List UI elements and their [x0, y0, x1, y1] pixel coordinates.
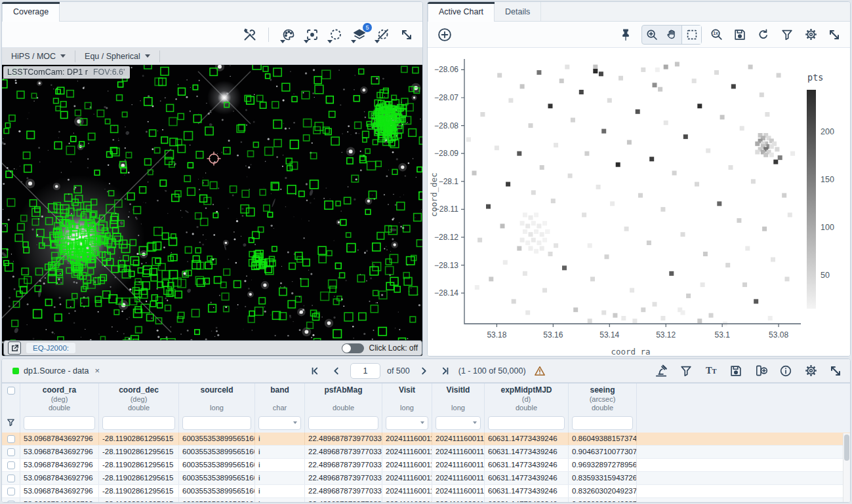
- table-status-dot: [12, 368, 19, 374]
- deselect-icon[interactable]: [374, 26, 392, 44]
- starfield-canvas[interactable]: [2, 65, 423, 357]
- zoom-in-icon[interactable]: [642, 26, 662, 44]
- table-row[interactable]: 53.09687843692796-28.1190286129561560035…: [2, 433, 850, 446]
- expand-icon[interactable]: [826, 362, 845, 380]
- table-row[interactable]: 53.09687843692796-28.1190286129561560035…: [2, 485, 850, 498]
- table-tabbar: dp1.Source - data × of 500 (1 - 100: [2, 359, 850, 383]
- table-row[interactable]: 53.09687843692796-28.1190286129561560035…: [2, 498, 850, 503]
- sky-statusbar: EQ-J2000: Click Lock: off: [3, 340, 422, 356]
- table-cell: -28.11902861295615: [99, 459, 179, 471]
- filter-icon[interactable]: [778, 26, 796, 44]
- row-checkbox[interactable]: [7, 475, 15, 482]
- filter-icon[interactable]: [677, 362, 695, 380]
- column-header-expMidptMJD[interactable]: expMidptMJD(d)double: [485, 383, 569, 433]
- table-cell: 53.09687843692796: [20, 433, 99, 445]
- zoom-1x-icon[interactable]: 1x: [707, 26, 725, 44]
- filter-input-Visit[interactable]: [386, 416, 428, 430]
- text-view-icon[interactable]: T T: [702, 362, 720, 380]
- refresh-icon[interactable]: [754, 26, 773, 44]
- column-header-Visit[interactable]: Visit long: [382, 383, 432, 433]
- expand-icon[interactable]: [397, 26, 416, 44]
- table-row[interactable]: 53.09687843692796-28.1190286129561560035…: [2, 459, 850, 472]
- sky-image[interactable]: LSSTComCam: DP1 r FOV:6.6' EQ-J2000: Cli…: [2, 65, 423, 357]
- table-tab[interactable]: dp1.Source - data ×: [7, 366, 105, 376]
- row-checkbox[interactable]: [7, 461, 15, 469]
- table-cell: 2024111600111: [382, 485, 432, 497]
- palette-icon[interactable]: [279, 26, 298, 44]
- microscope-icon[interactable]: [652, 362, 670, 380]
- filter-input-sourceId[interactable]: [182, 416, 251, 430]
- heatmap-svg[interactable]: −28.06−28.07−28.08−28.09−28.1−28.11−28.1…: [428, 48, 850, 356]
- tab-details[interactable]: Details: [495, 2, 541, 21]
- table-cell: 0.9046371007730715: [569, 446, 637, 458]
- filter-input-band[interactable]: [258, 416, 301, 430]
- warning-icon[interactable]: [533, 364, 547, 378]
- table-cell: 60631.14773439246: [485, 485, 569, 497]
- page-number-input[interactable]: [350, 363, 380, 379]
- column-header-band[interactable]: band char: [255, 383, 305, 433]
- save-icon[interactable]: [731, 26, 749, 44]
- add-chart-icon[interactable]: [436, 26, 454, 44]
- filter-input-expMidptMJD[interactable]: [488, 416, 565, 430]
- column-header-sourceId[interactable]: sourceId long: [179, 383, 255, 433]
- gear-icon[interactable]: [801, 362, 820, 380]
- hips-moc-dropdown[interactable]: HiPS / MOC: [2, 48, 75, 64]
- close-icon[interactable]: ×: [94, 366, 100, 376]
- info-icon[interactable]: [777, 362, 795, 380]
- recenter-icon[interactable]: [303, 26, 321, 44]
- lasso-select-icon[interactable]: [327, 26, 345, 44]
- svg-text:53.18: 53.18: [487, 330, 506, 339]
- tab-coverage[interactable]: Coverage: [2, 2, 60, 22]
- prev-page-icon[interactable]: [329, 364, 344, 378]
- column-header-coord_ra[interactable]: coord_ra(deg)double: [20, 383, 99, 433]
- table-cell: 60631.14773439246: [485, 459, 569, 471]
- next-page-icon[interactable]: [416, 364, 431, 378]
- table-cell: 22.489687873977033: [305, 498, 382, 503]
- table-cell: 600355353899565160: [179, 485, 255, 497]
- external-expand-icon[interactable]: [8, 341, 21, 355]
- svg-text:−28.14: −28.14: [434, 288, 458, 298]
- column-header-VisitId[interactable]: VisitId long: [432, 383, 485, 433]
- table-cell: i: [255, 433, 305, 445]
- filter-input-psfAbMag[interactable]: [308, 416, 378, 430]
- gear-icon[interactable]: [801, 26, 820, 44]
- pin-icon[interactable]: [617, 26, 635, 44]
- table-cell: 53.09687843692796: [20, 485, 99, 497]
- table-tab-label: dp1.Source - data: [24, 366, 89, 376]
- row-checkbox[interactable]: [7, 488, 15, 495]
- svg-text:53.14: 53.14: [599, 330, 619, 339]
- last-page-icon[interactable]: [437, 364, 452, 378]
- row-checkbox[interactable]: [7, 448, 15, 456]
- svg-text:−28.08: −28.08: [434, 121, 458, 130]
- projection-dropdown[interactable]: Equ / Spherical: [75, 48, 159, 64]
- filter-input-VisitId[interactable]: [436, 416, 481, 430]
- table-scrollbar[interactable]: [843, 433, 850, 502]
- tab-active-chart[interactable]: Active Chart: [428, 2, 495, 22]
- first-page-icon[interactable]: [308, 364, 323, 378]
- table-cell: 2024111600111: [382, 446, 432, 458]
- column-header-psfAbMag[interactable]: psfAbMag double: [305, 383, 382, 433]
- colorbar[interactable]: [807, 90, 816, 309]
- pan-hand-icon[interactable]: [662, 26, 681, 44]
- heatmap-chart[interactable]: −28.06−28.07−28.08−28.09−28.1−28.11−28.1…: [428, 48, 850, 356]
- filter-input-coord_dec[interactable]: [102, 416, 175, 430]
- table-row[interactable]: 53.09687843692796-28.1190286129561560035…: [2, 446, 850, 459]
- row-checkbox[interactable]: [7, 501, 15, 503]
- select-all-checkbox[interactable]: [7, 387, 15, 395]
- add-column-icon[interactable]: [752, 362, 770, 380]
- click-lock-toggle[interactable]: [342, 343, 364, 353]
- table-row[interactable]: 53.09687843692796-28.1190286129561560035…: [2, 472, 850, 485]
- filter-input-coord_ra[interactable]: [24, 416, 95, 430]
- row-checkbox[interactable]: [7, 435, 15, 443]
- save-icon[interactable]: [727, 362, 745, 380]
- expand-icon[interactable]: [825, 26, 843, 44]
- filter-input-seeing[interactable]: [572, 416, 633, 430]
- page-count-label: of 500: [387, 366, 410, 376]
- svg-text:53.16: 53.16: [543, 330, 563, 339]
- column-header-coord_dec[interactable]: coord_dec(deg)double: [99, 383, 179, 433]
- layers-icon[interactable]: 5: [350, 26, 369, 44]
- column-header-seeing[interactable]: seeing(arcsec)double: [569, 383, 637, 433]
- heatmap-cells: [466, 62, 795, 326]
- tools-icon[interactable]: [241, 26, 259, 44]
- rect-select-icon[interactable]: [681, 26, 701, 44]
